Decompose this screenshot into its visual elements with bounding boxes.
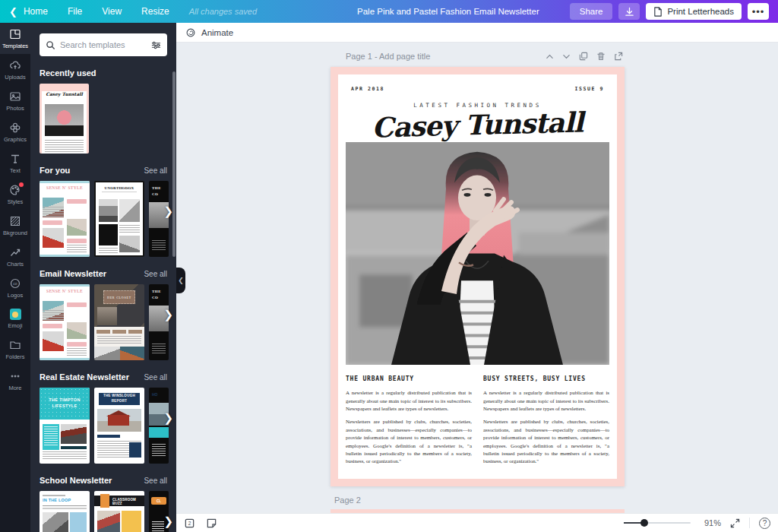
add-page-icon[interactable] (614, 52, 623, 61)
template-thumbnail-casey-tunstall[interactable]: Casey Tunstall (40, 84, 89, 154)
article-heading: THE URBAN BEAUTY (346, 375, 472, 382)
template-thumbnail-in-the-loop[interactable]: IN THE LOOP (40, 491, 90, 532)
newsletter-issue[interactable]: ISSUE 9 (574, 86, 604, 92)
animate-icon (185, 27, 196, 38)
share-button[interactable]: Share (570, 3, 613, 20)
see-all-link[interactable]: See all (144, 270, 167, 278)
sidebar-item-templates[interactable]: Templates (0, 23, 30, 54)
notes-button[interactable] (206, 518, 217, 529)
carousel-next-icon[interactable]: ❯ (163, 411, 173, 425)
template-thumbnail-her-closet[interactable]: HER CLOSET (94, 284, 144, 360)
thumb-title: THE TIMPTON LIFESTYLE (40, 397, 90, 410)
rail-label: Charts (7, 261, 24, 268)
design-canvas[interactable]: Page 1 - Add page title APR 2018 ISSUE 9… (176, 43, 778, 513)
template-thumbnail-winslough-report[interactable]: THE WINSLOUGH REPORT (94, 388, 144, 464)
template-thumbnail-sense-n-style[interactable]: SENSE N' STYLE (40, 181, 90, 257)
fullscreen-button[interactable] (730, 518, 740, 528)
newsletter-date[interactable]: APR 2018 (351, 86, 384, 92)
section-real-estate-newsletter: Real Estate Newsletter See all THE TIMPT… (30, 372, 176, 464)
carousel-next-icon[interactable]: ❯ (163, 308, 173, 321)
delete-page-icon[interactable] (596, 52, 606, 61)
main-area: Animate Page 1 - Add page title APR 2018… (176, 23, 778, 532)
document-title[interactable]: Pale Pink and Pastel Fashion Email Newsl… (357, 7, 539, 16)
template-thumbnail-classroom-buzz[interactable]: CLASSROOM BUZZ (94, 491, 144, 532)
animate-button[interactable]: Animate (185, 27, 233, 38)
section-email-newsletter: Email Newsletter See all SENSE N' STYLE … (30, 269, 176, 360)
thumb-title: THE CO (152, 185, 169, 198)
thumb-title: THE WINSLOUGH REPORT (99, 393, 140, 405)
status-bar: 2 91% ? (176, 513, 778, 532)
search-box (40, 33, 167, 56)
document-icon (653, 7, 663, 17)
home-button[interactable]: ❮ Home (9, 6, 48, 17)
page2-header[interactable]: Page 2 (334, 496, 361, 505)
newsletter-article-right[interactable]: BUSY STREETS, BUSY LIVES A newsletter is… (483, 375, 609, 470)
search-input[interactable] (60, 40, 147, 49)
help-button[interactable]: ? (759, 518, 770, 529)
see-all-link[interactable]: See all (144, 166, 167, 175)
print-letterheads-button[interactable]: Print Letterheads (646, 3, 742, 20)
carousel-next-icon[interactable]: ❯ (163, 515, 173, 528)
svg-text:co: co (13, 281, 17, 286)
sidebar-item-graphics[interactable]: Graphics (0, 116, 30, 147)
rail-label: Emoji (8, 322, 23, 329)
save-status: All changes saved (189, 7, 257, 16)
duplicate-page-icon[interactable] (579, 52, 588, 61)
page-title-field[interactable]: Page 1 - Add page title (346, 52, 430, 61)
sidebar-item-charts[interactable]: Charts (0, 241, 30, 272)
sidebar-item-styles[interactable]: Styles (0, 179, 30, 210)
sidebar-item-logos[interactable]: co Logos (0, 272, 30, 303)
see-all-link[interactable]: See all (144, 373, 167, 382)
section-title: Recently used (40, 68, 96, 78)
move-page-up-icon[interactable] (546, 52, 554, 61)
sidebar-item-uploads[interactable]: Uploads (0, 54, 30, 85)
section-title: Email Newsletter (40, 269, 106, 278)
section-title: For you (40, 166, 70, 175)
thumb-title: HER CLOSET (103, 290, 135, 304)
section-recently-used: Recently used Casey Tunstall (30, 68, 176, 154)
sidebar-item-text[interactable]: Text (0, 147, 30, 179)
photos-icon (9, 90, 21, 103)
sidebar-item-background[interactable]: Bkground (0, 210, 30, 241)
template-thumbnail-the-co[interactable]: THE CO (149, 284, 169, 360)
thumb-photo (45, 104, 84, 136)
page-manager-button[interactable]: 2 (184, 518, 195, 529)
newsletter-article-left[interactable]: THE URBAN BEAUTY A newsletter is a regul… (346, 375, 472, 470)
carousel-next-icon[interactable]: ❯ (163, 204, 173, 218)
panel-collapse-handle[interactable]: ❮ (176, 268, 185, 293)
template-thumbnail-real-estate[interactable]: HO (149, 388, 169, 464)
template-thumbnail-timpton-lifestyle[interactable]: THE TIMPTON LIFESTYLE (40, 388, 90, 464)
article-paragraph: Newsletters are published by clubs, chur… (346, 418, 472, 465)
newsletter-photo[interactable] (346, 142, 609, 365)
menu-resize[interactable]: Resize (141, 6, 169, 17)
thumb-title: UNORTHODOX (96, 186, 143, 190)
newsletter-title[interactable]: Casey Tunstall (346, 106, 610, 144)
move-page-down-icon[interactable] (562, 52, 571, 61)
download-button[interactable] (618, 3, 640, 20)
sidebar-item-photos[interactable]: Photos (0, 85, 30, 116)
see-all-link[interactable]: See all (144, 477, 167, 485)
share-label: Share (580, 7, 603, 16)
sidebar-item-emoji[interactable]: Emoji (0, 303, 30, 334)
page2-design[interactable] (330, 509, 625, 513)
panel-scrollbar[interactable] (172, 71, 176, 257)
sidebar-item-more[interactable]: More (0, 365, 30, 396)
animate-label: Animate (201, 28, 233, 37)
zoom-slider[interactable] (624, 522, 691, 524)
rail-label: Styles (8, 198, 23, 205)
menu-view[interactable]: View (102, 6, 122, 17)
template-thumbnail-the-co[interactable]: THE CO (149, 181, 169, 257)
page1-design[interactable]: APR 2018 ISSUE 9 LATEST FASHION TRENDS C… (330, 67, 625, 486)
filter-icon[interactable] (151, 40, 161, 50)
template-thumbnail-unorthodox[interactable]: UNORTHODOX (94, 181, 144, 257)
template-thumbnail-sense-n-style[interactable]: SENSE N' STYLE (40, 284, 90, 360)
print-letterheads-label: Print Letterheads (667, 7, 734, 16)
rail-label: Text (10, 167, 21, 174)
menu-file[interactable]: File (68, 6, 82, 17)
download-icon (625, 7, 634, 17)
zoom-slider-knob[interactable] (640, 519, 648, 527)
more-options-button[interactable]: ••• (748, 3, 769, 20)
top-bar: ❮ Home File View Resize All changes save… (0, 0, 778, 23)
article-paragraph: A newsletter is a regularly distributed … (483, 389, 609, 413)
sidebar-item-folders[interactable]: Folders (0, 334, 30, 365)
